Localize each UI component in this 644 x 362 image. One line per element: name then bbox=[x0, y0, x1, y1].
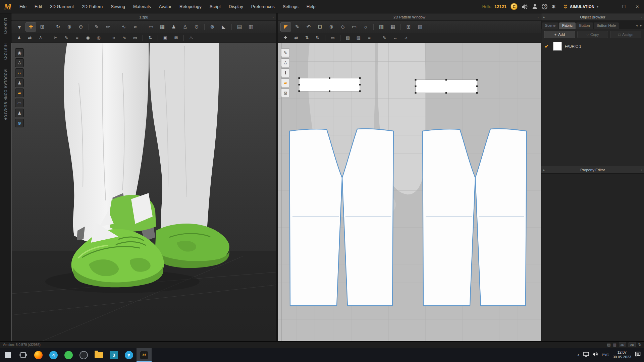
avatar-gizmo-tool[interactable]: ⇄ bbox=[25, 34, 35, 42]
window-3d-titlebar[interactable]: 1.zprj ▫ bbox=[11, 13, 276, 21]
button-tool[interactable]: ◉ bbox=[83, 34, 93, 42]
clock[interactable]: 12:07 30.05.2023 bbox=[613, 350, 631, 360]
fabric-swatch[interactable] bbox=[553, 42, 562, 51]
show-fabric-icon[interactable]: ▰ bbox=[281, 78, 290, 87]
maximize-button[interactable]: ☐ bbox=[619, 0, 629, 13]
show-avatar-icon[interactable]: ♟ bbox=[15, 78, 24, 87]
select-move-tool[interactable]: ✚ bbox=[25, 22, 36, 32]
avatar-tape-tool[interactable]: ♟ bbox=[168, 22, 179, 32]
telegram-app[interactable]: ➤ bbox=[121, 348, 137, 362]
tab-fabric[interactable]: Fabric bbox=[559, 22, 576, 29]
viewport-3d[interactable]: ◉ ♙ ∷ ♟ ▰ ▭ ♟ ⊕ bbox=[11, 43, 276, 341]
add-point-tool[interactable]: ⊕ bbox=[326, 22, 337, 32]
sync-icon[interactable]: ↻ bbox=[638, 343, 641, 347]
expand-panel-icon[interactable]: ▫ bbox=[641, 168, 642, 172]
transform-pattern-tool[interactable]: ◤ bbox=[280, 22, 291, 32]
collapse-panel-icon[interactable]: ▸ bbox=[543, 15, 545, 19]
viewport-3d-scene[interactable] bbox=[12, 43, 276, 341]
zipper-tool[interactable]: ≡ bbox=[72, 34, 82, 42]
buttonhole-tool[interactable]: ◎ bbox=[94, 34, 104, 42]
measure-tool[interactable]: ⇅ bbox=[145, 34, 155, 42]
flip-horizontal-tool[interactable]: ⇄ bbox=[291, 34, 301, 42]
binding-tool[interactable]: ▭ bbox=[130, 34, 140, 42]
property-editor-header[interactable]: ▸ Property Editor ▫ bbox=[541, 166, 644, 174]
topstitch-tool[interactable]: ≈ bbox=[109, 34, 119, 42]
video-downloader-app[interactable]: 4 bbox=[46, 348, 61, 362]
show-garment-icon[interactable]: ♙ bbox=[15, 58, 24, 67]
layout-split-icon[interactable]: ▥ bbox=[613, 343, 616, 347]
tab-scroll-left-icon[interactable]: ◄ bbox=[635, 24, 638, 27]
simulate-tool[interactable]: ▼ bbox=[14, 22, 25, 32]
annotation-tool[interactable]: ✎ bbox=[379, 34, 389, 42]
angle-tool[interactable]: ⊿ bbox=[401, 34, 411, 42]
quad-mesh-tool[interactable]: ▦ bbox=[157, 22, 168, 32]
polygon-tool[interactable]: ◇ bbox=[337, 22, 348, 32]
tab-button-hole[interactable]: Button Hole bbox=[594, 22, 619, 29]
username-label[interactable]: 12121 bbox=[494, 4, 506, 9]
trim-tool[interactable]: ⊠ bbox=[171, 34, 181, 42]
sidebar-tab-library[interactable]: LIBRARY bbox=[4, 18, 7, 35]
volume-icon[interactable] bbox=[522, 4, 528, 9]
pin-tool[interactable]: ⊗ bbox=[207, 22, 218, 32]
texture-edit-tool[interactable]: ▨ bbox=[354, 34, 364, 42]
show-seam-icon[interactable]: ▭ bbox=[15, 99, 24, 107]
tab-scroll-right-icon[interactable]: ► bbox=[640, 24, 642, 27]
sidebar-tab-history[interactable]: HISTORY bbox=[4, 44, 7, 61]
lock-pattern-icon[interactable]: ⊠ bbox=[281, 88, 290, 97]
scissors-tool[interactable]: ✂ bbox=[51, 34, 61, 42]
fabric-item-1[interactable]: ✔ FABRIC 1 bbox=[541, 40, 644, 52]
marvelous-designer-app[interactable]: M bbox=[137, 348, 152, 362]
network-icon[interactable] bbox=[583, 352, 589, 358]
uv-grid-tool[interactable]: ▥ bbox=[246, 22, 256, 32]
grading-tool[interactable]: ≡ bbox=[364, 34, 374, 42]
layout-single-icon[interactable]: ▤ bbox=[607, 343, 610, 347]
firefox-app[interactable] bbox=[31, 348, 46, 362]
assign-button[interactable]: □ Assign bbox=[610, 31, 641, 38]
close-button[interactable]: ✕ bbox=[633, 0, 642, 13]
file-explorer-app[interactable] bbox=[91, 348, 106, 362]
waistband-pattern-2[interactable] bbox=[415, 79, 478, 94]
viewport-2d[interactable]: ✎ ♙ ℹ ▰ ⊠ bbox=[278, 43, 541, 341]
expand-window-icon[interactable]: ▫ bbox=[538, 15, 539, 19]
snapshot-icon[interactable]: ◉ bbox=[15, 48, 24, 57]
waistband-pattern-1[interactable] bbox=[299, 77, 361, 92]
tray-expand-icon[interactable]: ∧ bbox=[577, 353, 580, 357]
texture-grid-tool[interactable]: ▧ bbox=[415, 22, 425, 32]
free-sewing-tool[interactable]: ≈ bbox=[130, 22, 141, 32]
show-globe-icon[interactable]: ⊕ bbox=[15, 119, 24, 127]
expand-window-icon[interactable]: ▫ bbox=[273, 15, 274, 19]
browser-app[interactable] bbox=[76, 348, 91, 362]
view-3d-button[interactable]: 3D bbox=[619, 343, 626, 347]
show-fit-icon[interactable]: ♟ bbox=[15, 109, 24, 117]
show-pattern-icon[interactable]: ▰ bbox=[15, 88, 24, 97]
fold-arrangement-tool[interactable]: ◣ bbox=[218, 22, 229, 32]
grid-texture-tool[interactable]: ▤ bbox=[234, 22, 245, 32]
task-view-button[interactable] bbox=[15, 348, 31, 362]
edit-pattern-tool[interactable]: ✎ bbox=[292, 22, 303, 32]
steam-tool[interactable]: ♨ bbox=[186, 34, 196, 42]
rotate-pattern-tool[interactable]: ↻ bbox=[313, 34, 323, 42]
tape-tool[interactable]: ▣ bbox=[160, 34, 170, 42]
show-desktop-button[interactable] bbox=[642, 348, 644, 362]
copy-button[interactable]: ◌ Copy bbox=[577, 31, 608, 38]
iron-tool[interactable]: ▭ bbox=[328, 34, 338, 42]
transform-attach-tool[interactable]: ⊕ bbox=[64, 22, 75, 32]
ghost-avatar-icon[interactable]: ♙ bbox=[281, 58, 290, 67]
tab-scene[interactable]: Scene bbox=[542, 22, 558, 29]
messenger-app[interactable] bbox=[61, 348, 76, 362]
texture-brush-icon[interactable]: ✎ bbox=[281, 48, 290, 57]
transform-detach-tool[interactable]: ⊖ bbox=[75, 22, 86, 32]
help-icon[interactable]: ? bbox=[542, 4, 547, 9]
view-2d-button[interactable]: 2D bbox=[629, 343, 636, 347]
account-icon[interactable] bbox=[532, 4, 538, 9]
start-button[interactable] bbox=[0, 348, 15, 362]
language-indicator[interactable]: РУС bbox=[602, 353, 609, 357]
coin-icon[interactable]: C bbox=[511, 3, 518, 10]
walk-avatar-tool[interactable]: ♟ bbox=[14, 34, 24, 42]
rectangle-tool[interactable]: ▭ bbox=[349, 22, 360, 32]
show-grid-tool[interactable]: ⊞ bbox=[403, 22, 414, 32]
garment-tape-tool[interactable]: ♙ bbox=[180, 22, 191, 32]
move-pattern-tool[interactable]: ✚ bbox=[280, 34, 290, 42]
object-browser-header[interactable]: ▸ Object Browser ▫ bbox=[541, 13, 644, 21]
measure-2d-tool[interactable]: ↔ bbox=[390, 34, 400, 42]
